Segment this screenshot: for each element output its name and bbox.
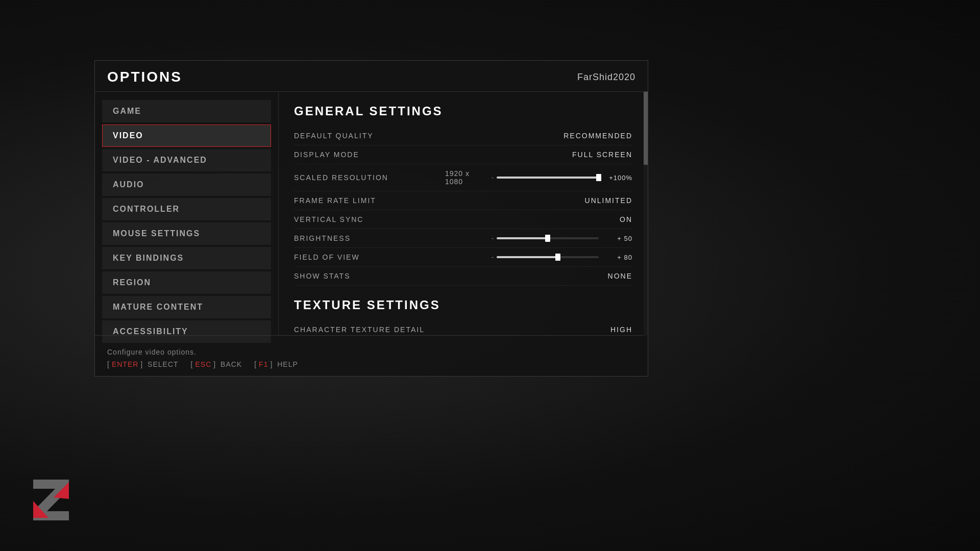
setting-label-display-mode: DISPLAY MODE <box>294 151 437 159</box>
sidebar-item-video[interactable]: VIDEO <box>102 124 271 147</box>
slider-thumb-fov[interactable] <box>555 254 560 261</box>
options-panel: OPTIONS FarShid2020 GAME VIDEO VIDEO - A… <box>94 60 648 377</box>
panel-body: GAME VIDEO VIDEO - ADVANCED AUDIO CONTRO… <box>95 92 648 336</box>
slider-track-fov[interactable] <box>497 256 599 258</box>
bracket-open-esc: [ <box>191 360 193 368</box>
sidebar-item-region[interactable]: REGION <box>102 271 271 294</box>
sidebar-item-mature-content[interactable]: MATURE CONTENT <box>102 296 271 318</box>
key-enter: ENTER <box>112 360 138 368</box>
setting-display-mode: DISPLAY MODE FULL SCREEN <box>294 145 632 164</box>
key-action-esc: BACK <box>218 360 242 368</box>
footer-key-f1: [F1] HELP <box>254 360 298 368</box>
setting-value-display-mode[interactable]: FULL SCREEN <box>572 151 632 159</box>
slider-fov[interactable]: - + 80 <box>492 254 632 261</box>
setting-label-brightness: BRIGHTNESS <box>294 234 437 242</box>
setting-fov: FIELD OF VIEW - + 80 <box>294 248 632 267</box>
footer-controls: [ENTER] SELECT [ESC] BACK [F1] HELP <box>95 360 648 368</box>
scrollbar-indicator[interactable] <box>644 92 648 336</box>
key-action-f1: HELP <box>275 360 298 368</box>
scrollbar-thumb <box>644 92 648 165</box>
setting-value-char-texture[interactable]: HIGH <box>610 325 632 334</box>
slider-thumb-resolution[interactable] <box>596 174 601 181</box>
setting-label-char-texture: CHARACTER TEXTURE DETAIL <box>294 325 437 334</box>
slider-value-fov: + 80 <box>602 254 632 261</box>
key-esc: ESC <box>195 360 211 368</box>
setting-resolution-value: 980 x 551 <box>445 169 483 186</box>
bracket-open-f1: [ <box>254 360 257 368</box>
setting-value-show-stats[interactable]: NONE <box>608 272 632 280</box>
setting-label-vertical-sync: VERTICAL SYNC <box>294 215 437 223</box>
setting-scaled-resolution: SCALED RESOLUTION 980 x 551 - +100% <box>294 164 632 191</box>
panel-username: FarShid2020 <box>577 72 635 83</box>
section-title-texture: TEXTURE SETTINGS <box>294 298 632 312</box>
slider-thumb-brightness[interactable] <box>545 235 550 242</box>
slider-track-brightness[interactable] <box>497 237 599 239</box>
panel-footer: Configure video options. [ENTER] SELECT … <box>95 335 648 376</box>
panel-title: OPTIONS <box>107 69 182 85</box>
content-scroll[interactable]: GENERAL SETTINGS DEFAULT QUALITY RECOMME… <box>279 92 648 336</box>
setting-show-stats: SHOW STATS NONE <box>294 267 632 286</box>
key-action-enter: SELECT <box>145 360 178 368</box>
slider-brightness[interactable]: - + 50 <box>492 235 632 242</box>
logo <box>26 469 87 531</box>
bracket-open-enter: [ <box>107 360 110 368</box>
panel-header: OPTIONS FarShid2020 <box>95 61 648 92</box>
footer-hint: Configure video options. <box>95 344 648 360</box>
slider-fill-brightness <box>497 237 548 239</box>
sidebar-item-controller[interactable]: CONTROLLER <box>102 198 271 220</box>
setting-label-fov: FIELD OF VIEW <box>294 253 437 261</box>
bracket-close-esc: ] <box>213 360 216 368</box>
sidebar: GAME VIDEO VIDEO - ADVANCED AUDIO CONTRO… <box>95 92 279 336</box>
setting-brightness: BRIGHTNESS - + 50 <box>294 229 632 248</box>
slider-fill-fov <box>497 256 558 258</box>
slider-scaled-resolution[interactable]: - +100% <box>492 174 632 182</box>
setting-value-vertical-sync[interactable]: ON <box>620 215 632 223</box>
setting-char-texture: CHARACTER TEXTURE DETAIL HIGH <box>294 320 632 336</box>
setting-value-frame-rate[interactable]: UNLIMITED <box>585 196 632 205</box>
setting-default-quality: DEFAULT QUALITY RECOMMENDED <box>294 127 632 145</box>
sidebar-item-mouse-settings[interactable]: MOUSE SETTINGS <box>102 222 271 245</box>
setting-label-frame-rate: FRAME RATE LIMIT <box>294 196 437 205</box>
sidebar-item-game[interactable]: GAME <box>102 100 271 122</box>
setting-frame-rate: FRAME RATE LIMIT UNLIMITED <box>294 191 632 210</box>
footer-key-esc: [ESC] BACK <box>191 360 242 368</box>
bracket-close-f1: ] <box>270 360 273 368</box>
sidebar-item-video-advanced[interactable]: VIDEO - ADVANCED <box>102 149 271 171</box>
sidebar-item-audio[interactable]: AUDIO <box>102 173 271 196</box>
slider-fill-resolution <box>497 177 599 179</box>
sidebar-item-key-bindings[interactable]: KEY BINDINGS <box>102 247 271 269</box>
setting-label-show-stats: SHOW STATS <box>294 272 437 280</box>
slider-value-brightness: + 50 <box>602 235 632 242</box>
section-title-general: GENERAL SETTINGS <box>294 104 632 118</box>
setting-label-default-quality: DEFAULT QUALITY <box>294 132 437 140</box>
setting-value-default-quality[interactable]: RECOMMENDED <box>564 132 632 140</box>
slider-min-dash-brightness: - <box>492 235 494 242</box>
setting-vertical-sync: VERTICAL SYNC ON <box>294 210 632 229</box>
setting-label-scaled-resolution: SCALED RESOLUTION <box>294 173 437 182</box>
bracket-close-enter: ] <box>140 360 143 368</box>
slider-value-resolution: +100% <box>602 174 632 182</box>
key-f1: F1 <box>259 360 268 368</box>
content-area: GENERAL SETTINGS DEFAULT QUALITY RECOMME… <box>279 92 648 336</box>
footer-key-enter: [ENTER] SELECT <box>107 360 179 368</box>
slider-min-dash: - <box>492 174 494 181</box>
slider-track-resolution[interactable] <box>497 177 599 179</box>
slider-min-dash-fov: - <box>492 254 494 261</box>
